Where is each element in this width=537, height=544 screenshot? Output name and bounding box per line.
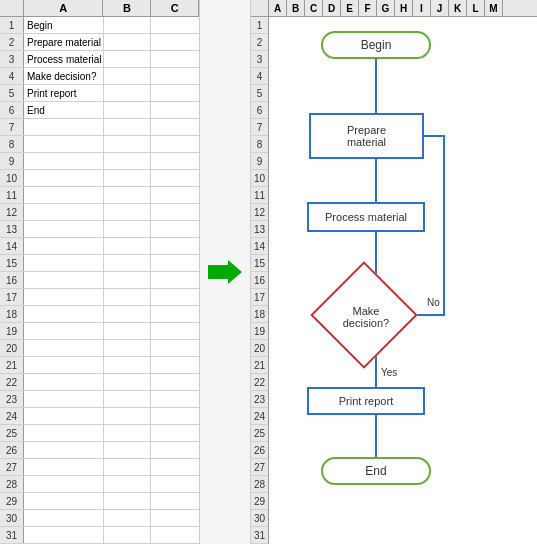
cell-b[interactable] [104, 102, 152, 118]
cell-c[interactable] [151, 442, 199, 458]
cell-a[interactable] [24, 374, 104, 390]
cell-b[interactable] [104, 119, 152, 135]
cell-c[interactable] [151, 408, 199, 424]
row-number: 14 [0, 238, 24, 254]
cell-b[interactable] [104, 34, 152, 50]
cell-c[interactable] [151, 357, 199, 373]
cell-a[interactable] [24, 527, 104, 543]
cell-a[interactable] [24, 459, 104, 475]
cell-b[interactable] [104, 85, 152, 101]
cell-c[interactable] [151, 272, 199, 288]
cell-a[interactable] [24, 170, 104, 186]
cell-a[interactable] [24, 510, 104, 526]
cell-c[interactable] [151, 306, 199, 322]
cell-c[interactable] [151, 136, 199, 152]
cell-b[interactable] [104, 272, 152, 288]
cell-b[interactable] [104, 255, 152, 271]
cell-c[interactable] [151, 340, 199, 356]
cell-c[interactable] [151, 17, 199, 33]
cell-b[interactable] [104, 493, 152, 509]
cell-b[interactable] [104, 204, 152, 220]
cell-c[interactable] [151, 510, 199, 526]
cell-b[interactable] [104, 306, 152, 322]
row-number: 6 [0, 102, 24, 118]
cell-a[interactable] [24, 204, 104, 220]
cell-c[interactable] [151, 476, 199, 492]
cell-b[interactable] [104, 136, 152, 152]
cell-a[interactable] [24, 255, 104, 271]
cell-a[interactable] [24, 425, 104, 441]
cell-a[interactable] [24, 357, 104, 373]
flowchart-panel: ABCDEFGHIJKLM 12345678910111213141516171… [250, 0, 537, 544]
cell-a[interactable] [24, 272, 104, 288]
cell-c[interactable] [151, 119, 199, 135]
cell-c[interactable] [151, 153, 199, 169]
cell-a[interactable]: Print report [24, 85, 104, 101]
cell-b[interactable] [104, 408, 152, 424]
cell-b[interactable] [104, 289, 152, 305]
cell-c[interactable] [151, 68, 199, 84]
cell-b[interactable] [104, 238, 152, 254]
cell-a[interactable] [24, 493, 104, 509]
cell-b[interactable] [104, 510, 152, 526]
cell-b[interactable] [104, 459, 152, 475]
cell-b[interactable] [104, 374, 152, 390]
cell-b[interactable] [104, 340, 152, 356]
cell-a[interactable] [24, 442, 104, 458]
cell-c[interactable] [151, 289, 199, 305]
cell-b[interactable] [104, 527, 152, 543]
cell-b[interactable] [104, 442, 152, 458]
cell-b[interactable] [104, 391, 152, 407]
cell-a[interactable] [24, 153, 104, 169]
cell-a[interactable] [24, 391, 104, 407]
cell-a[interactable] [24, 323, 104, 339]
cell-b[interactable] [104, 357, 152, 373]
cell-b[interactable] [104, 68, 152, 84]
col-header-a: A [24, 0, 104, 16]
cell-c[interactable] [151, 85, 199, 101]
cell-b[interactable] [104, 187, 152, 203]
cell-a[interactable]: Begin [24, 17, 104, 33]
cell-b[interactable] [104, 425, 152, 441]
cell-a[interactable] [24, 136, 104, 152]
cell-c[interactable] [151, 425, 199, 441]
cell-c[interactable] [151, 391, 199, 407]
cell-c[interactable] [151, 187, 199, 203]
cell-a[interactable] [24, 340, 104, 356]
cell-c[interactable] [151, 204, 199, 220]
cell-a[interactable] [24, 306, 104, 322]
fc-col-header-f: F [359, 0, 377, 16]
cell-b[interactable] [104, 153, 152, 169]
cell-c[interactable] [151, 102, 199, 118]
cell-a[interactable] [24, 408, 104, 424]
cell-b[interactable] [104, 221, 152, 237]
cell-c[interactable] [151, 459, 199, 475]
cell-c[interactable] [151, 527, 199, 543]
cell-b[interactable] [104, 476, 152, 492]
cell-b[interactable] [104, 17, 152, 33]
cell-c[interactable] [151, 221, 199, 237]
cell-a[interactable] [24, 221, 104, 237]
cell-a[interactable] [24, 238, 104, 254]
prepare-shape: Prepare material [309, 113, 424, 159]
cell-c[interactable] [151, 323, 199, 339]
cell-b[interactable] [104, 51, 152, 67]
cell-a[interactable] [24, 187, 104, 203]
cell-c[interactable] [151, 255, 199, 271]
cell-a[interactable]: End [24, 102, 104, 118]
cell-a[interactable]: Make decision? [24, 68, 104, 84]
cell-a[interactable] [24, 289, 104, 305]
cell-a[interactable]: Prepare material [24, 34, 104, 50]
cell-c[interactable] [151, 34, 199, 50]
cell-a[interactable] [24, 119, 104, 135]
cell-c[interactable] [151, 374, 199, 390]
print-label: Print report [339, 395, 393, 407]
cell-c[interactable] [151, 170, 199, 186]
cell-b[interactable] [104, 323, 152, 339]
cell-a[interactable]: Process material [24, 51, 104, 67]
cell-c[interactable] [151, 238, 199, 254]
cell-b[interactable] [104, 170, 152, 186]
cell-c[interactable] [151, 493, 199, 509]
cell-a[interactable] [24, 476, 104, 492]
cell-c[interactable] [151, 51, 199, 67]
